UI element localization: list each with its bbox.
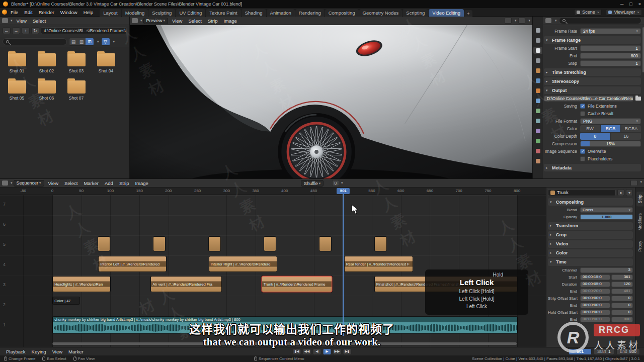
- crossfade-strip-4[interactable]: [264, 237, 276, 251]
- render-preview-canvas[interactable]: [130, 25, 532, 178]
- timeline-tracks[interactable]: 7654321Interior Left | //..\Renders\Rend…: [0, 195, 546, 347]
- folder-shot-01[interactable]: Shot 01: [2, 53, 32, 73]
- field-hold-offset-start-timecode[interactable]: 00:00:00:0: [580, 310, 610, 315]
- field-channel[interactable]: 3: [580, 267, 633, 273]
- strip-final-shot[interactable]: Final shot | //..\Renders\Rendered Frame…: [375, 277, 517, 292]
- menu-select[interactable]: Select: [61, 180, 80, 187]
- display-list-vertical-button[interactable]: ▤: [69, 38, 77, 45]
- menu-file[interactable]: File: [8, 9, 21, 16]
- folder-shot-05[interactable]: Shot 05: [2, 80, 32, 101]
- filter-settings-dropdown-icon[interactable]: ▾: [113, 40, 115, 44]
- field-hold-offset-start-frames[interactable]: 0: [611, 310, 633, 315]
- menu-image[interactable]: Image: [220, 18, 239, 24]
- active-strip-name-field[interactable]: Trunk: [548, 189, 616, 196]
- cache-result-checkbox[interactable]: [580, 111, 585, 116]
- option-rgba[interactable]: RGBA: [621, 125, 641, 132]
- menu-select[interactable]: Select: [185, 18, 204, 24]
- properties-tab-render[interactable]: [533, 37, 542, 44]
- field-strip-offset-start-frames[interactable]: 0: [611, 296, 633, 301]
- placeholders-checkbox[interactable]: [580, 156, 585, 161]
- field-end-frames[interactable]: 800: [611, 317, 633, 322]
- maximize-button[interactable]: □: [629, 2, 632, 7]
- viewlayer-unlink-icon[interactable]: ×: [637, 10, 639, 15]
- opacity-slider[interactable]: 1.000: [580, 214, 633, 220]
- field-end-timecode[interactable]: 00:00:00:0: [580, 303, 610, 308]
- section-frame-range[interactable]: ▾Frame Range: [544, 36, 641, 44]
- workspace-tab-compositing[interactable]: Compositing: [325, 9, 359, 17]
- forward-button[interactable]: →: [12, 27, 20, 34]
- option-8[interactable]: 8: [580, 133, 610, 140]
- editor-type-icon[interactable]: [2, 180, 8, 186]
- menu-strip[interactable]: Strip: [116, 180, 132, 187]
- strip-interior-left[interactable]: Interior Left | //..\Renders\Rendered: [99, 256, 166, 272]
- workspace-tab-texture-paint[interactable]: Texture Paint: [206, 9, 240, 17]
- overwrite-checkbox[interactable]: ✓: [580, 149, 585, 154]
- blender-menu-icon[interactable]: [2, 10, 7, 15]
- properties-tab-particles[interactable]: [533, 107, 542, 114]
- menu-render[interactable]: Render: [36, 9, 57, 16]
- properties-tab-material[interactable]: [533, 147, 542, 154]
- section-color[interactable]: ▸Color: [548, 249, 633, 257]
- crossfade-strip-1[interactable]: [98, 237, 110, 251]
- field-step[interactable]: 1: [580, 60, 641, 66]
- strip-rear-fender[interactable]: Rear fender | //..\Renders\Rendered F: [345, 256, 413, 272]
- overlay-toggle-icon[interactable]: [630, 180, 637, 186]
- editor-type-icon[interactable]: [132, 18, 138, 23]
- strip-headlights[interactable]: Headlights | //..\Renders\Ren: [53, 277, 110, 292]
- field-end-frames[interactable]: 481: [611, 289, 633, 294]
- display-thumbnails-button[interactable]: ⊞: [86, 38, 94, 45]
- back-button[interactable]: ←: [3, 27, 11, 34]
- crossfade-strip-5[interactable]: [319, 237, 331, 251]
- close-button[interactable]: ×: [638, 2, 641, 7]
- side-tab-strip[interactable]: Strip: [636, 192, 643, 206]
- compression-slider[interactable]: 15%: [580, 141, 641, 147]
- option-bw[interactable]: BW: [580, 125, 600, 132]
- strip-trunk[interactable]: Trunk | //..\Renders\Rendered Frame: [262, 277, 332, 292]
- option-16[interactable]: 16: [611, 133, 641, 140]
- display-settings-dropdown-icon[interactable]: ▾: [97, 40, 99, 44]
- snap-magnet-icon[interactable]: ∪: [332, 180, 339, 186]
- workspace-tab-animation[interactable]: Animation: [267, 9, 295, 17]
- field-start-timecode[interactable]: 00:00:15:0: [580, 275, 610, 280]
- editor-type-icon[interactable]: [545, 18, 551, 23]
- timeline-horizontal-scrollbar[interactable]: [52, 342, 517, 345]
- strip-chunky-monkey-by-shtriker-big-band-artist-mp3[interactable]: chunky-monkey by shtriker-big-band Artis…: [53, 317, 517, 333]
- frame-start-field[interactable]: Start1: [594, 348, 614, 355]
- strip-color[interactable]: Color | 47: [53, 297, 79, 304]
- field-end[interactable]: 800: [580, 53, 641, 59]
- properties-tab-physics[interactable]: [533, 117, 542, 124]
- menu-select[interactable]: Select: [30, 18, 49, 24]
- editor-type-icon[interactable]: [2, 18, 8, 23]
- field-duration-timecode[interactable]: 00:00:05:0: [580, 282, 610, 287]
- minimize-button[interactable]: ─: [620, 2, 623, 7]
- properties-search-input[interactable]: [559, 17, 641, 24]
- properties-tab-output[interactable]: [533, 47, 542, 54]
- properties-tab-world[interactable]: [533, 77, 542, 84]
- field-duration-frames[interactable]: 120: [611, 282, 633, 287]
- playhead[interactable]: 501: [343, 188, 344, 336]
- menu-view[interactable]: View: [14, 18, 30, 24]
- properties-tab-texture[interactable]: [533, 157, 542, 164]
- up-button[interactable]: ↑: [22, 27, 30, 34]
- menu-marker[interactable]: Marker: [65, 348, 87, 355]
- menu-window[interactable]: Window: [57, 9, 80, 16]
- snap-dropdown-icon[interactable]: ▾: [341, 181, 343, 185]
- menu-edit[interactable]: Edit: [21, 9, 35, 16]
- path-field[interactable]: d:\Online Courses\Bl...s\Rendered Frames…: [41, 27, 127, 34]
- filter-funnel-button[interactable]: ▽: [102, 38, 110, 45]
- sequencer-timeline[interactable]: -500501001502002503003504004505005506006…: [0, 188, 546, 347]
- play-button[interactable]: ▶: [323, 348, 332, 355]
- section-crop[interactable]: ▸Crop: [548, 231, 633, 239]
- workspace-tab-layout[interactable]: Layout: [100, 9, 121, 17]
- strip-air-vent[interactable]: Air vent | //..\Renders\Rendered Fra: [151, 277, 221, 292]
- menu-view[interactable]: View: [45, 180, 61, 187]
- refresh-button[interactable]: ↻: [31, 27, 39, 34]
- options-icon[interactable]: ▾: [626, 189, 633, 196]
- menu-keying[interactable]: Keying: [29, 348, 49, 355]
- properties-tab-view-layer[interactable]: [533, 57, 542, 64]
- overlap-mode-select[interactable]: Shuffle▾: [301, 180, 324, 187]
- pin-icon[interactable]: ●: [617, 189, 624, 196]
- menu-help[interactable]: Help: [80, 9, 97, 16]
- menu-view[interactable]: View: [169, 18, 185, 24]
- properties-tab-tool[interactable]: [533, 27, 542, 34]
